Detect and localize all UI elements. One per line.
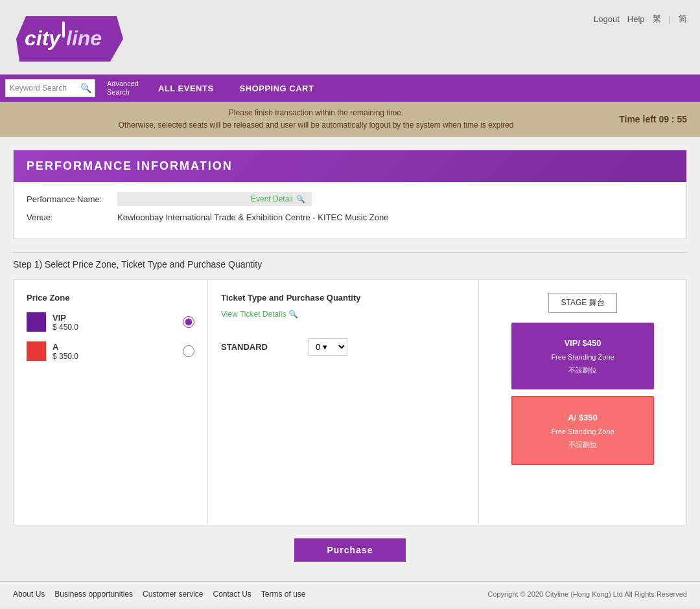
venue-label: Venue:: [27, 213, 117, 222]
lang-divider: |: [669, 14, 671, 24]
footer-copyright: Copyright © 2020 Cityline (Hong Kong) Lt…: [487, 590, 687, 598]
price-zone-vip: VIP $ 450.0: [27, 312, 194, 332]
timer-bar: Please finish transaction within the rem…: [0, 102, 700, 137]
venue-map-panel: STAGE 舞台 VIP/ $450 Free Standing Zone 不設…: [479, 280, 686, 525]
lang-simplified-link[interactable]: 简: [679, 13, 687, 25]
price-zone-panel: Price Zone VIP $ 450.0 A $ 350.0: [14, 280, 208, 525]
svg-text:city: city: [25, 27, 62, 50]
timer-countdown: Time left 09 : 55: [619, 114, 687, 124]
performance-name-box: Event Detail 🔍: [117, 192, 312, 206]
ticket-type-panel: Ticket Type and Purchase Quantity View T…: [208, 280, 479, 525]
vip-price-info: VIP $ 450.0: [52, 313, 176, 332]
zone-a-map[interactable]: A/ $350 Free Standing Zone 不設劃位: [511, 396, 654, 465]
timer-message: Please finish transaction within the rem…: [13, 107, 619, 132]
quantity-select[interactable]: 0 ▾ 1 2 3 4: [309, 338, 347, 356]
footer-business-opportunities[interactable]: Business opportunities: [54, 590, 133, 599]
purchase-button[interactable]: Purchase: [294, 538, 405, 562]
event-detail-link[interactable]: Event Detail 🔍: [251, 194, 305, 203]
venue-value: Kowloonbay International Trade & Exhibit…: [117, 213, 388, 222]
advanced-search-link[interactable]: Advanced Search: [100, 80, 145, 97]
a-price-info: A $ 350.0: [52, 342, 176, 361]
event-detail-search-icon: 🔍: [296, 195, 305, 203]
footer: About Us Business opportunities Customer…: [0, 581, 700, 606]
view-ticket-details-link[interactable]: View Ticket Details 🔍: [221, 310, 298, 319]
performance-venue-row: Venue: Kowloonbay International Trade & …: [27, 213, 673, 222]
zone-vip-name: VIP/ $450: [524, 336, 641, 350]
footer-terms-of-use[interactable]: Terms of use: [261, 590, 306, 599]
main-content: PERFORMANCE INFORMATION Performance Name…: [0, 137, 700, 581]
a-name: A: [52, 342, 176, 352]
price-zone-a: A $ 350.0: [27, 341, 194, 361]
cityline-logo: city line: [13, 10, 130, 68]
step-title: Step 1) Select Price Zone, Ticket Type a…: [13, 252, 687, 270]
shopping-cart-link[interactable]: SHOPPING CART: [227, 84, 327, 93]
search-area: 🔍: [5, 79, 95, 97]
performance-section: PERFORMANCE INFORMATION Performance Name…: [13, 150, 687, 239]
price-zone-title: Price Zone: [27, 293, 194, 303]
svg-rect-3: [62, 21, 65, 38]
a-amount: $ 350.0: [52, 352, 176, 361]
purchase-area: Purchase: [13, 525, 687, 568]
performance-header: PERFORMANCE INFORMATION: [14, 150, 686, 182]
logout-link[interactable]: Logout: [594, 14, 620, 24]
footer-contact-us[interactable]: Contact Us: [213, 590, 251, 599]
lang-traditional-link[interactable]: 繁: [653, 13, 661, 25]
keyword-search-input[interactable]: [6, 82, 77, 94]
ticket-selection-area: Price Zone VIP $ 450.0 A $ 350.0: [13, 279, 687, 525]
zone-vip-chinese: 不設劃位: [524, 364, 641, 377]
zone-vip-type: Free Standing Zone: [524, 351, 641, 364]
footer-customer-service[interactable]: Customer service: [143, 590, 203, 599]
logo-container: city line: [13, 10, 130, 68]
ticket-type-title: Ticket Type and Purchase Quantity: [221, 293, 465, 303]
zone-a-name: A/ $350: [526, 410, 640, 425]
zone-vip-map[interactable]: VIP/ $450 Free Standing Zone 不設劃位: [511, 323, 654, 389]
standard-ticket-row: STANDARD 0 ▾ 1 2 3 4: [221, 338, 465, 356]
top-right-nav: Logout Help 繁 | 简: [594, 13, 687, 25]
a-radio[interactable]: [183, 345, 194, 357]
all-events-link[interactable]: ALL EVENTS: [145, 84, 227, 93]
vip-name: VIP: [52, 313, 176, 323]
zone-a-chinese: 不設劃位: [526, 439, 640, 452]
footer-links: About Us Business opportunities Customer…: [13, 590, 306, 599]
performance-name-label: Performance Name:: [27, 194, 117, 204]
search-button[interactable]: 🔍: [77, 82, 95, 95]
vip-color-swatch: [27, 312, 46, 332]
help-link[interactable]: Help: [627, 14, 645, 24]
standard-ticket-name: STANDARD: [221, 342, 299, 352]
svg-text:line: line: [66, 27, 102, 50]
a-color-swatch: [27, 341, 46, 361]
vip-amount: $ 450.0: [52, 323, 176, 332]
stage-label: STAGE 舞台: [548, 293, 616, 313]
zone-a-type: Free Standing Zone: [526, 426, 640, 439]
performance-title: PERFORMANCE INFORMATION: [27, 159, 673, 173]
view-details-search-icon: 🔍: [288, 310, 298, 319]
footer-about-us[interactable]: About Us: [13, 590, 45, 599]
performance-body: Performance Name: Event Detail 🔍 Venue: …: [14, 182, 686, 238]
performance-name-row: Performance Name: Event Detail 🔍: [27, 192, 673, 206]
vip-radio[interactable]: [183, 316, 194, 328]
main-nav-bar: 🔍 Advanced Search ALL EVENTS SHOPPING CA…: [0, 75, 700, 102]
